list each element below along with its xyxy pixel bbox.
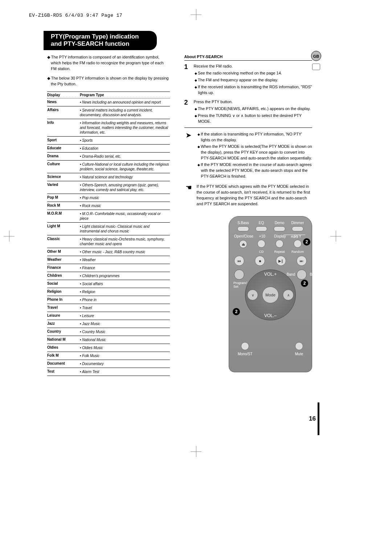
- cell-program-type: Documentary: [80, 361, 170, 366]
- mode-button[interactable]: Mode: [262, 287, 279, 303]
- lbl-band: Band: [310, 272, 318, 276]
- prev-button[interactable]: ⏮: [234, 256, 244, 266]
- lbl-volup: VOL.+: [264, 272, 277, 277]
- tune-down-button[interactable]: ∨: [247, 289, 258, 300]
- dimmer-button[interactable]: [292, 226, 303, 231]
- lbl-eq: EQ: [252, 221, 270, 225]
- crop-mark-top: [191, 9, 201, 20]
- table-row: ReligionReligion: [47, 288, 170, 296]
- demo-button[interactable]: [274, 226, 285, 231]
- cell-program-type: Information including weights and measur…: [80, 121, 170, 135]
- cell-program-type: Light classical music- Classical music a…: [80, 224, 170, 234]
- cell-program-type: Phone in: [80, 297, 170, 302]
- pty-button[interactable]: [294, 240, 302, 248]
- intro-paragraphs: The PTY information is composed of an id…: [47, 54, 170, 87]
- stop-button[interactable]: ■: [255, 256, 265, 266]
- cell-display: News: [47, 100, 80, 104]
- table-row: Folk MFolk Music: [47, 352, 170, 360]
- plus10-button[interactable]: [257, 240, 265, 248]
- table-row: SportSports: [47, 137, 170, 145]
- cell-display: Finance: [47, 266, 80, 270]
- cell-display: Science: [47, 175, 80, 179]
- table-row: NewsNews including an announced opinion …: [47, 98, 170, 106]
- lbl-mute: Mute: [295, 352, 303, 356]
- mono-button[interactable]: [241, 342, 249, 350]
- cell-program-type: Religion: [80, 289, 170, 294]
- print-header: EV-Z1GB-RDS 6/4/03 9:47 Page 17: [29, 13, 122, 18]
- section-title: PTY(Program Type) indication and PTY-SEA…: [44, 31, 157, 50]
- table-row: Phone InPhone in: [47, 296, 170, 304]
- cell-display: Jazz: [47, 321, 80, 325]
- table-row: National MNational Music: [47, 336, 170, 344]
- cell-display: Document: [47, 361, 80, 365]
- hand-icon: ☚: [184, 184, 193, 207]
- note-sub: If the PTY MODE received in the course o…: [197, 162, 312, 179]
- page-number: 16: [309, 415, 316, 422]
- remote-row-2-buttons: ⏏ 2: [234, 240, 307, 248]
- step-text: Press the PTY button.: [194, 99, 312, 105]
- table-row: InfoInformation including weights and me…: [47, 119, 170, 137]
- remote-cd-row: ⏮ ■ ▶∥ ⏭: [234, 256, 307, 266]
- lbl-openclose: Open/Close: [234, 234, 253, 238]
- cell-display: Varied: [47, 183, 80, 187]
- lbl-sbass: S.Bass: [234, 221, 252, 225]
- program-button[interactable]: [234, 270, 244, 280]
- sbass-button[interactable]: [237, 226, 249, 231]
- table-row: JazzJazz Music: [47, 320, 170, 328]
- lbl-plus10: +10: [253, 234, 271, 238]
- table-row: CountryCountry Music: [47, 328, 170, 336]
- th-program-type: Program Type: [80, 93, 170, 97]
- table-row: ScienceNatural science and technology: [47, 173, 170, 181]
- lbl-random: Random: [289, 250, 307, 254]
- cell-program-type: Children's programmes: [80, 274, 170, 278]
- table-row: VariedOthers-Speech, amusing program (qu…: [47, 181, 170, 194]
- note-arrow: ➤ If the station is transmitting no PTY …: [184, 131, 312, 180]
- about-heading: About PTY-SEARCH: [184, 54, 312, 61]
- band-button[interactable]: [297, 270, 307, 280]
- cell-display: Light M: [47, 224, 80, 228]
- openclose-button[interactable]: ⏏: [239, 240, 247, 248]
- left-column: The PTY information is composed of an id…: [47, 54, 170, 376]
- step-number: 2: [184, 99, 190, 126]
- cell-program-type: Heavy classical music-Orchestra music, s…: [80, 237, 170, 246]
- crop-mark-bottom: [191, 446, 201, 457]
- cell-program-type: Pop music: [80, 195, 170, 200]
- note-hand: ☚ If the PTY MODE which agrees with the …: [184, 184, 312, 207]
- nav-pad: VOL.+ VOL.– ∨ ∧ Mode: [245, 270, 296, 320]
- step-1: 1 Receive the FM radio. See the radio re…: [184, 64, 312, 97]
- cell-display: Pop M: [47, 195, 80, 199]
- mute-button[interactable]: [295, 342, 303, 350]
- table-row: OldiesOldies Music: [47, 344, 170, 352]
- table-row: ChildrenChildren's programmes: [47, 272, 170, 280]
- step-2: 2 Press the PTY button. The PTY MODE(NEW…: [184, 99, 312, 126]
- lbl-demo: Demo: [270, 221, 289, 225]
- cell-program-type: Weather: [80, 258, 170, 262]
- display-button[interactable]: [275, 240, 283, 248]
- cell-display: Folk M: [47, 353, 80, 357]
- callout-badge-tune: 2: [233, 308, 240, 315]
- page-bar: [318, 402, 319, 435]
- table-row: Other MOther music - Jazz, R&B country m…: [47, 248, 170, 256]
- cell-program-type: Others-Speech, amusing program (quiz, ga…: [80, 183, 170, 192]
- table-row: Pop MPop music: [47, 194, 170, 202]
- cell-display: Travel: [47, 305, 80, 309]
- crop-mark-right: [330, 231, 341, 242]
- next-button[interactable]: ⏭: [297, 256, 307, 266]
- cell-display: Weather: [47, 258, 80, 262]
- cell-display: Social: [47, 281, 80, 285]
- eq-button[interactable]: [256, 226, 267, 231]
- cell-program-type: News including an announced opinion and …: [80, 100, 170, 105]
- cell-program-type: National Music: [80, 337, 170, 342]
- table-row: CultureCulture-National or local culture…: [47, 161, 170, 173]
- lbl-cd: CD: [252, 250, 270, 254]
- remote-row-1-buttons: [234, 226, 307, 233]
- cell-display: Religion: [47, 289, 80, 293]
- step-sub: The FM and frequency appear on the displ…: [194, 77, 312, 83]
- note-sub: If the station is transmitting no PTY in…: [197, 131, 312, 143]
- crop-mark-left: [4, 231, 15, 242]
- table-row: ClassicHeavy classical music-Orchestra m…: [47, 235, 170, 248]
- table-row: DramaDrama-Radio serial, etc.: [47, 153, 170, 161]
- play-button[interactable]: ▶∥: [276, 256, 286, 266]
- tune-up-button[interactable]: ∧: [283, 289, 294, 300]
- title-line-1: PTY(Program Type) indication: [51, 33, 139, 40]
